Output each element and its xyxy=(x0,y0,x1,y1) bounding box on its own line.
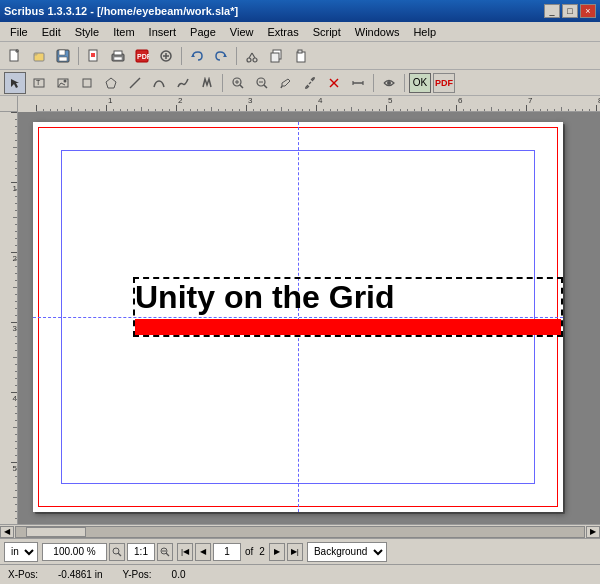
save-button[interactable] xyxy=(52,45,74,67)
svg-text:PDF: PDF xyxy=(137,53,149,60)
window-title: Scribus 1.3.3.12 - [/home/eyebeam/work.s… xyxy=(4,5,238,17)
menu-edit[interactable]: Edit xyxy=(36,25,67,39)
freehand-tool[interactable] xyxy=(172,72,194,94)
close-doc-button[interactable] xyxy=(83,45,105,67)
scroll-right-button[interactable]: ▶ xyxy=(586,526,600,538)
unlink-tool[interactable] xyxy=(323,72,345,94)
text-frame-tool[interactable]: T xyxy=(28,72,50,94)
svg-rect-13 xyxy=(114,57,122,60)
ok-button[interactable]: OK xyxy=(409,73,431,93)
zoom-input[interactable] xyxy=(42,543,107,561)
zoom-ratio-input[interactable] xyxy=(127,543,155,561)
page-of-label: of xyxy=(243,546,255,557)
menu-insert[interactable]: Insert xyxy=(143,25,183,39)
redo-button[interactable] xyxy=(210,45,232,67)
import-button[interactable] xyxy=(155,45,177,67)
menu-item[interactable]: Item xyxy=(107,25,140,39)
svg-marker-19 xyxy=(191,54,195,57)
eyedropper-tool[interactable] xyxy=(275,72,297,94)
menu-help[interactable]: Help xyxy=(407,25,442,39)
next-page-button[interactable]: ▶ xyxy=(269,543,285,561)
image-frame-tool[interactable] xyxy=(52,72,74,94)
svg-line-44 xyxy=(264,85,267,88)
pdf-export-button[interactable]: PDF xyxy=(131,45,153,67)
page-total: 2 xyxy=(257,546,267,557)
menu-bar: File Edit Style Item Insert Page View Ex… xyxy=(0,22,600,42)
open-button[interactable] xyxy=(28,45,50,67)
red-bar xyxy=(135,319,561,335)
minimize-button[interactable]: _ xyxy=(544,4,560,18)
svg-rect-7 xyxy=(59,57,67,61)
menu-view[interactable]: View xyxy=(224,25,260,39)
maximize-button[interactable]: □ xyxy=(562,4,578,18)
svg-rect-36 xyxy=(83,79,91,87)
zoom-out-tool[interactable] xyxy=(251,72,273,94)
unit-select[interactable]: in xyxy=(4,542,38,562)
zoom-controls xyxy=(42,543,173,561)
y-pos-label: Y-Pos: xyxy=(123,569,152,580)
window-controls: _ □ × xyxy=(544,4,596,18)
svg-rect-12 xyxy=(114,51,122,55)
menu-script[interactable]: Script xyxy=(307,25,347,39)
svg-line-34 xyxy=(61,83,65,85)
cut-button[interactable] xyxy=(241,45,263,67)
ruler-vertical: 12345 xyxy=(0,112,18,524)
separator2 xyxy=(181,47,182,65)
x-pos-label: X-Pos: xyxy=(8,569,38,580)
line-tool[interactable] xyxy=(124,72,146,94)
scroll-thumb[interactable] xyxy=(26,527,86,537)
menu-file[interactable]: File xyxy=(4,25,34,39)
scroll-left-button[interactable]: ◀ xyxy=(0,526,14,538)
svg-line-56 xyxy=(166,553,169,556)
svg-rect-6 xyxy=(59,50,65,55)
svg-point-21 xyxy=(247,58,251,62)
page-number-input[interactable] xyxy=(213,543,241,561)
layer-select[interactable]: Background xyxy=(307,542,387,562)
new-button[interactable] xyxy=(4,45,26,67)
page: Unity on the Grid xyxy=(33,122,563,512)
sep4 xyxy=(222,74,223,92)
svg-line-40 xyxy=(240,85,243,88)
status-bar: in |◀ ◀ of 2 ▶ ▶| xyxy=(0,538,600,564)
sep6 xyxy=(404,74,405,92)
zoom-fit-button[interactable] xyxy=(109,543,125,561)
calligraphy-tool[interactable] xyxy=(196,72,218,94)
measure-tool[interactable] xyxy=(347,72,369,94)
page-navigation: |◀ ◀ of 2 ▶ ▶| xyxy=(177,543,303,561)
ruler-horizontal: 12345678 xyxy=(36,96,600,112)
print-button[interactable] xyxy=(107,45,129,67)
horizontal-scrollbar[interactable]: ◀ ▶ xyxy=(0,524,600,538)
svg-rect-26 xyxy=(271,53,279,62)
prev-page-button[interactable]: ◀ xyxy=(195,543,211,561)
pdf-button[interactable]: PDF xyxy=(433,73,455,93)
info-bar: X-Pos: -0.4861 in Y-Pos: 0.0 xyxy=(0,564,600,584)
zoom-tool[interactable] xyxy=(227,72,249,94)
sep5 xyxy=(373,74,374,92)
svg-marker-20 xyxy=(223,54,227,57)
text-frame[interactable]: Unity on the Grid xyxy=(133,277,563,337)
svg-marker-37 xyxy=(106,78,116,88)
shape-tool[interactable] xyxy=(76,72,98,94)
menu-style[interactable]: Style xyxy=(69,25,105,39)
svg-line-46 xyxy=(281,86,282,88)
link-tool[interactable] xyxy=(299,72,321,94)
scroll-track[interactable] xyxy=(15,526,585,538)
canvas-area: Unity on the Grid xyxy=(18,112,600,524)
svg-point-35 xyxy=(64,79,67,82)
menu-windows[interactable]: Windows xyxy=(349,25,406,39)
menu-page[interactable]: Page xyxy=(184,25,222,39)
zoom-refresh-button[interactable] xyxy=(157,543,173,561)
polygon-tool[interactable] xyxy=(100,72,122,94)
pointer-tool[interactable] xyxy=(4,72,26,94)
close-button[interactable]: × xyxy=(580,4,596,18)
menu-extras[interactable]: Extras xyxy=(261,25,304,39)
svg-rect-28 xyxy=(298,50,302,53)
first-page-button[interactable]: |◀ xyxy=(177,543,193,561)
copy-button[interactable] xyxy=(265,45,287,67)
undo-button[interactable] xyxy=(186,45,208,67)
last-page-button[interactable]: ▶| xyxy=(287,543,303,561)
paste-button[interactable] xyxy=(289,45,311,67)
eye-tool[interactable] xyxy=(378,72,400,94)
bezier-tool[interactable] xyxy=(148,72,170,94)
svg-point-52 xyxy=(387,81,391,85)
